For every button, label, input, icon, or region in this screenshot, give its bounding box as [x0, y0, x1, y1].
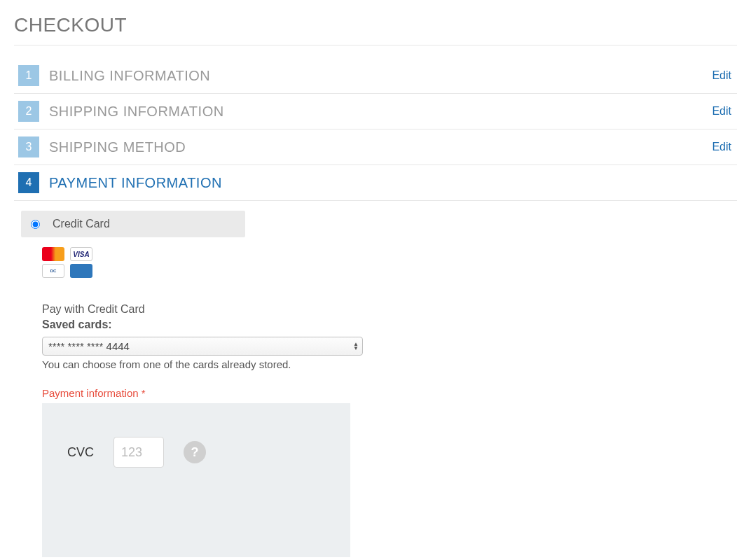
credit-card-radio[interactable] — [31, 220, 40, 229]
step-shipping-info: 2 SHIPPING INFORMATION Edit — [14, 94, 737, 130]
edit-billing-link[interactable]: Edit — [712, 69, 731, 82]
visa-icon: VISA — [70, 247, 92, 261]
step-number-1: 1 — [18, 65, 39, 86]
page-title: CHECKOUT — [14, 14, 737, 46]
step-number-3: 3 — [18, 136, 39, 158]
saved-cards-select-wrap: **** **** **** 4444 ▲▼ — [42, 337, 363, 356]
edit-shipping-info-link[interactable]: Edit — [712, 105, 731, 118]
step-title-shipping-method: SHIPPING METHOD — [49, 139, 712, 155]
step-shipping-method: 3 SHIPPING METHOD Edit — [14, 130, 737, 165]
diners-club-icon: DC — [42, 264, 64, 278]
payment-information-error: Payment information * — [42, 387, 737, 399]
step-number-4: 4 — [18, 172, 39, 193]
step-title-payment: PAYMENT INFORMATION — [49, 175, 737, 191]
credit-card-label: Credit Card — [53, 218, 110, 230]
saved-cards-help-text: You can choose from one of the cards alr… — [42, 358, 737, 370]
step-title-shipping-info: SHIPPING INFORMATION — [49, 104, 712, 120]
step-billing: 1 BILLING INFORMATION Edit — [14, 58, 737, 94]
cvc-panel: CVC ? — [42, 403, 350, 557]
cvc-input[interactable] — [113, 437, 164, 468]
pay-with-credit-card-heading: Pay with Credit Card — [42, 303, 737, 316]
saved-cards-select[interactable]: **** **** **** 4444 — [42, 337, 363, 356]
saved-cards-label: Saved cards: — [42, 318, 737, 331]
step-number-2: 2 — [18, 101, 39, 122]
card-logos: DC VISA — [42, 247, 737, 278]
cvc-label: CVC — [67, 445, 94, 460]
payment-section: Credit Card DC VISA Pay with Credit Card… — [14, 201, 737, 557]
cvc-help-button[interactable]: ? — [184, 441, 206, 463]
chevron-updown-icon: ▲▼ — [353, 342, 359, 351]
mastercard-icon — [42, 247, 64, 261]
amex-icon — [70, 264, 92, 278]
step-title-billing: BILLING INFORMATION — [49, 68, 712, 84]
step-payment: 4 PAYMENT INFORMATION — [14, 165, 737, 201]
payment-method-credit-card[interactable]: Credit Card — [21, 211, 245, 237]
edit-shipping-method-link[interactable]: Edit — [712, 141, 731, 153]
